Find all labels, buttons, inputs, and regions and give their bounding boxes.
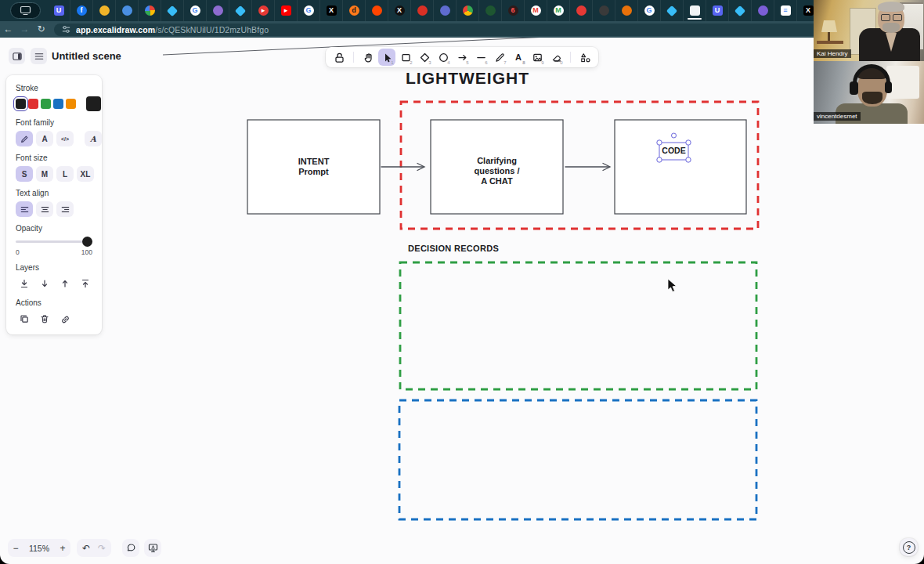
more-shapes-button[interactable] — [576, 49, 594, 66]
browser-tab[interactable] — [752, 0, 774, 21]
browser-tab[interactable]: ▸ — [275, 0, 298, 21]
reload-button[interactable]: ↻ — [33, 21, 49, 38]
lock-tool-button[interactable] — [330, 49, 348, 66]
link-button[interactable] — [56, 311, 74, 327]
font-size-s-button[interactable]: S — [16, 166, 33, 182]
stroke-color-swatch[interactable] — [28, 99, 38, 109]
rotate-handle[interactable] — [672, 133, 677, 138]
browser-tab[interactable]: M — [525, 0, 547, 21]
stroke-color-swatch[interactable] — [66, 99, 76, 109]
browser-tab[interactable]: G — [298, 0, 320, 21]
browser-tab[interactable]: U — [48, 0, 70, 21]
eraser-tool-button[interactable]: 0 — [547, 49, 565, 66]
browser-tab[interactable] — [593, 0, 615, 21]
green-dashed-rect[interactable] — [400, 262, 756, 389]
browser-tab[interactable] — [684, 0, 706, 21]
browser-tab[interactable] — [570, 0, 593, 21]
browser-tab[interactable] — [139, 0, 161, 21]
browser-tab[interactable] — [366, 0, 388, 21]
send-to-back-button[interactable] — [16, 276, 33, 291]
code-text[interactable]: CODE — [659, 146, 688, 155]
diamond-tool-button[interactable]: 3 — [416, 49, 433, 66]
blue-dashed-rect[interactable] — [399, 400, 756, 519]
browser-tab[interactable] — [207, 0, 229, 21]
present-button[interactable] — [144, 539, 161, 557]
main-menu-button[interactable] — [31, 48, 47, 64]
text-tool-button[interactable]: A 8 — [510, 49, 527, 66]
screen-share-pill[interactable] — [10, 2, 41, 19]
browser-tab[interactable]: 6 — [502, 0, 525, 21]
ellipse-tool-button[interactable]: 4 — [435, 49, 452, 66]
browser-tab[interactable] — [434, 0, 457, 21]
font-more-button[interactable]: A — [85, 131, 102, 146]
send-backward-button[interactable] — [36, 276, 53, 291]
line-tool-button[interactable]: 6 — [472, 49, 489, 66]
font-size-l-button[interactable]: L — [56, 166, 74, 182]
browser-tab[interactable]: G — [638, 0, 661, 21]
help-button[interactable]: ? — [900, 538, 918, 556]
browser-tab[interactable]: ▸ — [252, 0, 275, 21]
code-box[interactable] — [615, 120, 746, 214]
forward-button[interactable]: → — [16, 21, 33, 38]
stroke-color-swatch[interactable] — [16, 99, 26, 109]
browser-tab[interactable] — [479, 0, 502, 21]
bring-to-front-button[interactable] — [77, 276, 94, 291]
url-bar[interactable]: app.excalidraw.com/s/cQESkNUilU/1D2mzUhB… — [54, 24, 916, 36]
browser-tab[interactable] — [161, 0, 184, 21]
canvas-title-text[interactable]: LIGHTWEIGHT — [400, 69, 535, 88]
zoom-in-button[interactable]: + — [55, 543, 70, 554]
clarifying-box-text[interactable]: Clarifying questions / A CHAT — [431, 156, 563, 186]
browser-tab[interactable]: d — [343, 0, 366, 21]
redo-button[interactable]: ↷ — [94, 543, 110, 554]
opacity-slider[interactable] — [16, 237, 92, 247]
browser-tab[interactable] — [457, 0, 479, 21]
image-tool-button[interactable]: 9 — [529, 49, 546, 66]
excalidraw-canvas[interactable] — [0, 38, 924, 564]
browser-tab[interactable] — [615, 0, 638, 21]
browser-tab[interactable] — [411, 0, 434, 21]
browser-tab[interactable]: U — [706, 0, 729, 21]
hand-tool-button[interactable] — [359, 49, 377, 66]
bring-forward-button[interactable] — [56, 276, 74, 291]
browser-tab[interactable] — [116, 0, 139, 21]
current-stroke-swatch[interactable] — [86, 96, 101, 111]
delete-button[interactable] — [36, 311, 53, 327]
comments-button[interactable] — [122, 539, 139, 557]
browser-tab[interactable]: X — [320, 0, 343, 21]
draw-tool-button[interactable]: 7 — [491, 49, 508, 66]
font-size-xl-button[interactable]: XL — [77, 166, 94, 182]
intent-box-text[interactable]: INTENT Prompt — [247, 157, 380, 177]
arrow-clarifying-to-code[interactable] — [565, 164, 610, 171]
participant-video-2[interactable]: vincentdesmet — [814, 61, 924, 124]
arrow-tool-button[interactable]: 5 — [453, 49, 471, 66]
zoom-out-button[interactable]: − — [8, 543, 23, 554]
browser-tab[interactable] — [661, 0, 684, 21]
font-normal-button[interactable]: A — [36, 131, 53, 146]
browser-tab[interactable]: M — [547, 0, 570, 21]
align-left-button[interactable] — [16, 201, 33, 217]
font-size-m-button[interactable]: M — [36, 166, 53, 182]
browser-tab[interactable]: X — [388, 0, 411, 21]
undo-button[interactable]: ↶ — [78, 543, 94, 554]
browser-tab[interactable] — [229, 0, 252, 21]
decision-records-label[interactable]: DECISION RECORDS — [408, 244, 510, 253]
rectangle-tool-button[interactable]: 2 — [397, 49, 414, 66]
font-hand-drawn-button[interactable] — [16, 131, 33, 146]
stroke-color-swatch[interactable] — [53, 99, 63, 109]
stroke-color-swatch[interactable] — [41, 99, 51, 109]
selection-tool-button[interactable]: 1 — [378, 49, 395, 66]
opacity-knob[interactable] — [82, 237, 92, 247]
participant-video-1[interactable]: Kai Hendry — [814, 0, 924, 61]
align-right-button[interactable] — [56, 201, 74, 217]
browser-tab[interactable]: G — [184, 0, 207, 21]
arrow-intent-to-clarifying[interactable] — [381, 164, 424, 171]
duplicate-button[interactable] — [16, 311, 33, 327]
browser-tab[interactable]: ≡ — [774, 0, 797, 21]
browser-tab[interactable] — [729, 0, 752, 21]
browser-tab[interactable] — [93, 0, 116, 21]
scene-title[interactable]: Untitled scene — [52, 50, 121, 62]
font-code-button[interactable]: </> — [56, 131, 74, 146]
align-center-button[interactable] — [36, 201, 53, 217]
back-button[interactable]: ← — [0, 21, 16, 38]
sidebar-toggle-button[interactable] — [9, 48, 25, 64]
